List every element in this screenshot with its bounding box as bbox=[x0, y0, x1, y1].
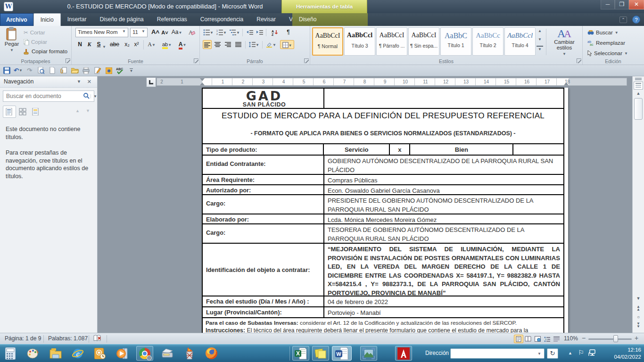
shading-icon[interactable]: ▼ bbox=[265, 40, 277, 49]
new-document-icon[interactable] bbox=[48, 66, 56, 74]
restore-button[interactable]: ❐ bbox=[615, 0, 629, 9]
vertical-scrollbar[interactable]: ▲ ▼ ▲▲ ○ ▼▼ bbox=[632, 76, 644, 333]
fullscreen-reading-view-icon[interactable] bbox=[523, 335, 533, 343]
print-icon[interactable] bbox=[82, 66, 90, 74]
search-icon[interactable] bbox=[82, 92, 91, 100]
zoom-slider[interactable] bbox=[588, 338, 632, 340]
zoom-level[interactable]: 110% bbox=[564, 335, 578, 342]
strikethrough-button[interactable]: abe bbox=[108, 40, 121, 49]
zoom-out-icon[interactable]: − bbox=[582, 334, 586, 342]
taskbar-scanner-button[interactable] bbox=[159, 346, 176, 361]
styles-gallery-more-icon[interactable]: ▼ bbox=[537, 46, 543, 52]
split-handle[interactable] bbox=[635, 78, 642, 79]
replace-button[interactable]: abac Reemplazar bbox=[587, 38, 625, 48]
grow-font-icon[interactable]: A˄ bbox=[151, 28, 160, 37]
italic-button[interactable]: K bbox=[85, 40, 94, 49]
styles-scroll-down-icon[interactable]: ▼ bbox=[537, 37, 543, 41]
superscript-button[interactable]: x² bbox=[132, 40, 141, 49]
action-center-flag-icon[interactable]: ⚐ bbox=[578, 349, 584, 356]
taskbar-sticky-notes-button[interactable] bbox=[312, 346, 329, 361]
copy-button[interactable]: Copiar bbox=[24, 37, 47, 47]
font-dialog-launcher-icon[interactable] bbox=[194, 58, 198, 63]
font-family-select[interactable]: Times New Rom▼ bbox=[75, 28, 128, 37]
underline-dropdown-icon[interactable]: ▼ bbox=[102, 42, 107, 51]
taskbar-autocad-button[interactable] bbox=[395, 346, 412, 361]
nav-tab-pages[interactable] bbox=[16, 106, 29, 118]
tab-revisar[interactable]: Revisar bbox=[250, 13, 282, 26]
taskbar-calculator-button[interactable] bbox=[2, 346, 19, 361]
taskbar-wmp-button[interactable] bbox=[114, 346, 131, 361]
font-color-icon[interactable]: A▼ bbox=[176, 40, 189, 49]
previous-page-icon[interactable]: ▲▲ bbox=[634, 305, 643, 311]
servicio-checkbox-cell[interactable]: x bbox=[389, 144, 409, 155]
style-sin-espaciado[interactable]: AaBbCcI ¶ Sin espa... bbox=[408, 27, 439, 56]
chevron-up-icon[interactable]: ⌃ bbox=[619, 16, 627, 23]
show-hidden-icons[interactable]: ▲ bbox=[568, 351, 572, 355]
attach-icon[interactable] bbox=[59, 66, 67, 74]
ruler-toggle-button[interactable] bbox=[634, 82, 643, 90]
style-parrafo[interactable]: AaBbCcI ¶ Párrafo ... bbox=[376, 27, 407, 56]
align-left-icon[interactable] bbox=[203, 40, 212, 49]
taskbar-word-button[interactable]: W bbox=[332, 346, 352, 361]
address-input[interactable] bbox=[451, 350, 535, 357]
help-icon[interactable]: ? bbox=[632, 16, 640, 24]
align-center-icon[interactable] bbox=[213, 40, 222, 49]
taskbar-shredder-button[interactable] bbox=[181, 346, 198, 361]
tab-file[interactable]: Archivo bbox=[0, 13, 33, 26]
taskbar-ie-button[interactable]: e bbox=[69, 346, 86, 361]
pane-close-icon[interactable]: ✕ bbox=[87, 76, 91, 87]
shrink-font-icon[interactable]: A˅ bbox=[160, 28, 169, 37]
style-normal[interactable]: AaBbCcI ¶ Normal bbox=[312, 27, 343, 56]
style-titulo-1[interactable]: AaBbC Título 1 bbox=[440, 27, 471, 56]
highlight-color-icon[interactable]: ab▼ bbox=[160, 40, 173, 49]
style-titulo-3[interactable]: AaBbCcl Título 3 bbox=[344, 27, 375, 56]
scroll-down-icon[interactable]: ▼ bbox=[634, 296, 643, 301]
tab-diseno-tabla[interactable]: Diseño bbox=[292, 13, 323, 26]
scroll-up-icon[interactable]: ▲ bbox=[634, 91, 643, 96]
multilevel-list-icon[interactable]: ▼ bbox=[229, 28, 240, 37]
bullets-icon[interactable]: ▼ bbox=[203, 28, 214, 37]
previous-result-icon[interactable]: ▲ bbox=[75, 108, 80, 113]
print-preview-icon[interactable] bbox=[37, 66, 45, 74]
taskbar-clock[interactable]: 12:16 04/02/2022 bbox=[601, 346, 641, 361]
address-go-icon[interactable]: ↻ bbox=[547, 348, 558, 359]
tab-insertar[interactable]: Insertar bbox=[61, 13, 93, 26]
taskbar-photo-viewer-button[interactable] bbox=[360, 346, 377, 361]
draft-view-icon[interactable] bbox=[552, 335, 561, 343]
tab-inicio[interactable]: Inicio bbox=[33, 13, 61, 26]
address-dropdown-icon[interactable]: ▼ bbox=[535, 352, 544, 356]
hanging-indent-marker[interactable] bbox=[200, 82, 205, 85]
styles-dialog-launcher-icon[interactable] bbox=[577, 58, 581, 63]
subscript-button[interactable]: x₂ bbox=[123, 40, 132, 49]
select-browse-object-icon[interactable]: ○ bbox=[634, 314, 643, 320]
save-icon[interactable] bbox=[3, 66, 11, 74]
pane-options-chevron-icon[interactable]: ▼ bbox=[77, 76, 81, 87]
tab-diseno-pagina[interactable]: Diseño de página bbox=[93, 13, 150, 26]
proofing-status-icon[interactable] bbox=[93, 335, 102, 344]
tab-referencias[interactable]: Referencias bbox=[150, 13, 194, 26]
first-line-indent-marker[interactable] bbox=[200, 78, 205, 81]
line-spacing-icon[interactable]: ▼ bbox=[248, 40, 260, 49]
web-layout-view-icon[interactable] bbox=[533, 335, 542, 343]
format-painter-button[interactable]: Copiar formato bbox=[24, 47, 67, 56]
more-commands-icon[interactable]: ▼ bbox=[127, 66, 135, 74]
style-titulo-2[interactable]: AaBbCc Título 2 bbox=[472, 27, 504, 56]
taskbar-excel-button[interactable]: X bbox=[292, 346, 309, 361]
change-case-button[interactable]: Aa▼ bbox=[171, 28, 183, 37]
next-result-icon[interactable]: ▼ bbox=[86, 108, 90, 113]
find-button[interactable]: Buscar▼ bbox=[587, 28, 619, 37]
clear-formatting-icon[interactable]: A bbox=[187, 28, 196, 37]
nav-tab-headings[interactable] bbox=[3, 106, 16, 118]
justify-icon[interactable] bbox=[234, 40, 243, 49]
right-indent-marker[interactable] bbox=[564, 82, 569, 85]
scroll-thumb[interactable] bbox=[634, 98, 643, 120]
print-layout-view-icon[interactable] bbox=[514, 335, 523, 343]
page-indicator[interactable]: Página: 1 de 9 bbox=[5, 335, 41, 342]
taskbar-firefox-button[interactable] bbox=[203, 346, 220, 361]
clipboard-dialog-launcher-icon[interactable] bbox=[66, 58, 70, 63]
sort-icon[interactable]: AZ bbox=[270, 28, 281, 37]
outline-view-icon[interactable] bbox=[542, 335, 552, 343]
select-button[interactable]: Seleccionar▼ bbox=[587, 49, 628, 58]
align-right-icon[interactable] bbox=[223, 40, 232, 49]
nav-tab-results[interactable] bbox=[29, 106, 42, 118]
